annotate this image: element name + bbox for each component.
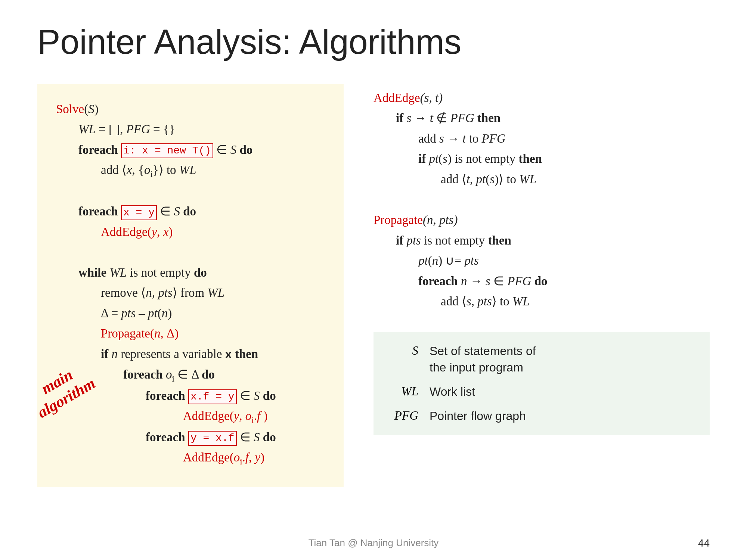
foreach3-kw: foreach — [123, 368, 163, 381]
legend-val-s: Set of statements ofthe input program — [430, 343, 536, 375]
addedge-if2: if pt(s) is not empty then — [418, 149, 710, 169]
line-addedge3: AddEdge(oi.f, y) — [183, 447, 325, 469]
foreach3-rest: oi ∈ Δ do — [163, 368, 215, 381]
line-add1: add ⟨x, {oi}⟩ to WL — [101, 160, 325, 181]
propagate-label: Propagate — [374, 213, 423, 227]
addedge-label: AddEdge — [374, 91, 420, 105]
legend-key-pfg: PFG — [388, 408, 418, 423]
while-wl: WL — [106, 266, 127, 279]
foreach2-box: x = y — [121, 205, 157, 220]
slide: Pointer Analysis: Algorithms Solve(S) WL… — [0, 0, 747, 560]
propagate-if1-rest: pts is not empty then — [403, 234, 511, 247]
line-while: while WL is not empty do — [78, 262, 325, 283]
line-addedge2: AddEdge(y, oi.f ) — [183, 406, 325, 427]
addedge-add1: add s → t to PFG — [418, 128, 710, 149]
foreach4-space — [185, 389, 188, 402]
line-foreach4: foreach x.f = y ∈ S do — [146, 386, 325, 406]
line-remove: remove ⟨n, pts⟩ from WL — [101, 283, 325, 303]
foreach1-end: ∈ S do — [213, 143, 252, 156]
foreach5-kw: foreach — [146, 430, 185, 444]
addedge-if1-kw: if — [396, 111, 403, 125]
legend-key-wl: WL — [388, 384, 418, 398]
solve-paren-open: ( — [84, 102, 88, 116]
foreach1-box: i: x = new T() — [121, 143, 213, 158]
propagate-union: pt(n) ∪= pts — [418, 251, 710, 271]
foreach4-end: ∈ S do — [237, 389, 276, 402]
propagate-foreach-kw: foreach — [418, 274, 458, 288]
foreach2-kw: foreach — [78, 205, 118, 218]
legend-key-s: S — [388, 343, 418, 358]
foreach5-box: y = x.f — [188, 431, 237, 446]
wl-text: WL — [78, 122, 96, 136]
footer-page: 44 — [698, 537, 710, 549]
line-wl: WL = [ ], PFG = {} — [78, 119, 325, 139]
line-foreach2: foreach x = y ∈ S do — [78, 201, 325, 221]
if-kw: if — [101, 347, 108, 361]
footer-credit: Tian Tan @ Nanjing University — [0, 537, 747, 549]
content-area: Solve(S) WL = [ ], PFG = {} foreach i: x… — [37, 84, 710, 487]
foreach2-end: ∈ S do — [157, 205, 196, 218]
propagate-params: (n, pts) — [423, 213, 458, 227]
propagate-foreach: foreach n → s ∈ PFG do — [418, 271, 710, 291]
addedge-add2-text: add ⟨t, pt(s)⟩ to WL — [441, 172, 536, 186]
propagate-add: add ⟨s, pts⟩ to WL — [441, 291, 710, 311]
solve-label: Solve — [56, 102, 84, 116]
addedge3-text: AddEdge(oi.f, y) — [183, 451, 264, 464]
foreach4-kw: foreach — [146, 389, 185, 402]
legend-val-wl: Work list — [430, 384, 475, 400]
propagate-if1: if pts is not empty then — [396, 230, 710, 251]
legend-row-s: S Set of statements ofthe input program — [388, 343, 695, 375]
while-kw: while — [78, 266, 106, 279]
addedge-if1-rest: s → t ∉ PFG then — [403, 111, 500, 125]
addedge-header: AddEdge(s, t) — [374, 88, 710, 108]
right-panel: AddEdge(s, t) if s → t ∉ PFG then add s … — [374, 84, 710, 435]
remove-text: remove ⟨n, pts⟩ from WL — [101, 286, 224, 299]
foreach2-space — [118, 205, 121, 218]
propagate-header: Propagate(n, pts) — [374, 210, 710, 230]
propagate-foreach-rest: n → s ∈ PFG do — [458, 274, 548, 288]
legend-row-pfg: PFG Pointer flow graph — [388, 408, 695, 424]
line-foreach1: foreach i: x = new T() ∈ S do — [78, 140, 325, 160]
add1-text: add ⟨x, {oi}⟩ to WL — [101, 163, 196, 177]
addedge1-text: AddEdge(y, x) — [101, 225, 173, 239]
addedge-if1: if s → t ∉ PFG then — [396, 108, 710, 128]
addedge-if2-rest: pt(s) is not empty then — [426, 152, 542, 165]
if-rest: represents a variable x then — [118, 347, 258, 361]
propagate-section: Propagate(n, pts) if pts is not empty th… — [374, 210, 710, 311]
addedge-add2: add ⟨t, pt(s)⟩ to WL — [441, 169, 710, 189]
while-rest: is not empty do — [127, 266, 207, 279]
line-if: if n represents a variable x then — [101, 344, 325, 365]
legend-row-wl: WL Work list — [388, 384, 695, 400]
propagate-block: Propagate(n, pts) if pts is not empty th… — [374, 210, 710, 311]
line-addedge1: AddEdge(y, x) — [101, 222, 325, 242]
pfg-eq: = {} — [150, 122, 175, 136]
line-delta: Δ = pts – pt(n) — [101, 303, 325, 323]
slide-title: Pointer Analysis: Algorithms — [37, 22, 710, 62]
addedge-block: AddEdge(s, t) if s → t ∉ PFG then add s … — [374, 88, 710, 189]
propagate-union-text: pt(n) ∪= pts — [418, 254, 479, 267]
propagate-add-text: add ⟨s, pts⟩ to WL — [441, 295, 530, 308]
addedge2-text: AddEdge(y, oi.f ) — [183, 409, 267, 423]
left-panel: Solve(S) WL = [ ], PFG = {} foreach i: x… — [37, 84, 344, 487]
line-foreach5: foreach y = x.f ∈ S do — [146, 427, 325, 447]
pfg-text: PFG — [126, 122, 150, 136]
solve-param: S — [88, 102, 94, 116]
addedge-add1-text: add s → t to PFG — [418, 132, 506, 145]
delta-text: Δ = pts – pt(n) — [101, 307, 172, 320]
solve-header: Solve(S) — [56, 99, 325, 119]
if-n: n — [108, 347, 118, 361]
propagate-if1-kw: if — [396, 234, 403, 247]
line-foreach3: foreach oi ∈ Δ do — [123, 364, 325, 386]
line-propagate: Propagate(n, Δ) — [101, 323, 325, 343]
addedge-if2-kw: if — [418, 152, 426, 165]
addedge-params: (s, t) — [420, 91, 443, 105]
footer: Tian Tan @ Nanjing University 44 — [0, 537, 747, 549]
foreach4-box: x.f = y — [188, 389, 237, 404]
legend-table: S Set of statements ofthe input program … — [374, 332, 710, 435]
foreach5-space — [185, 430, 188, 444]
solve-paren-close: ) — [94, 102, 99, 116]
foreach5-end: ∈ S do — [237, 430, 276, 444]
foreach1-kw: foreach — [78, 143, 118, 156]
solve-block: Solve(S) WL = [ ], PFG = {} foreach i: x… — [56, 99, 325, 469]
propagate-text: Propagate(n, Δ) — [101, 327, 179, 340]
